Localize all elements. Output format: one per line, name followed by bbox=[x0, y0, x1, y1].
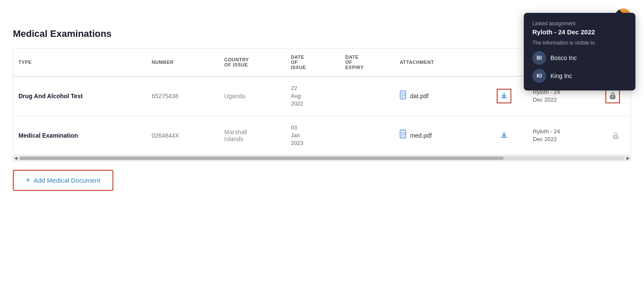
col-header-download bbox=[492, 48, 528, 76]
svg-point-3 bbox=[612, 96, 614, 97]
horizontal-scrollbar[interactable]: ◀ ▶ bbox=[13, 155, 631, 161]
col-header-type: TYPE bbox=[13, 48, 146, 76]
row2-attachment: med.pdf bbox=[395, 116, 492, 155]
lock-normal bbox=[605, 132, 626, 139]
download-arrow-icon bbox=[501, 92, 507, 100]
file-icon bbox=[400, 90, 407, 102]
tooltip-companies: BI Bosco Inc KI King Inc bbox=[532, 51, 627, 83]
lock-button[interactable] bbox=[605, 89, 620, 103]
tooltip-linked-label: Linked assignment bbox=[532, 21, 627, 27]
tooltip-company-2: KI King Inc bbox=[532, 69, 627, 83]
company-avatar-ki: KI bbox=[532, 69, 546, 83]
row2-filename: med.pdf bbox=[410, 132, 432, 139]
tooltip-visible-label: The information is visible to bbox=[532, 40, 627, 46]
row1-type: Drug And Alcohol Test bbox=[13, 76, 146, 116]
row2-country: MarshallIslands bbox=[219, 116, 286, 155]
file-icon bbox=[400, 129, 407, 141]
col-header-country: COUNTRYOF ISSUE bbox=[219, 48, 286, 76]
add-button-label: Add Medical Document bbox=[34, 177, 100, 184]
add-medical-document-button[interactable]: + Add Medical Document bbox=[13, 170, 113, 191]
scroll-thumb[interactable] bbox=[19, 157, 504, 160]
plus-icon: + bbox=[26, 176, 30, 185]
page-wrapper: U Medical Examinations TYPE NUMBER COUNT… bbox=[0, 0, 644, 286]
row2-download-cell[interactable] bbox=[492, 116, 528, 155]
company-avatar-bi: BI bbox=[532, 51, 546, 65]
download-arrow-icon bbox=[501, 131, 507, 140]
col-header-number: NUMBER bbox=[146, 48, 219, 76]
lock-icon bbox=[609, 92, 616, 101]
scroll-right-arrow[interactable]: ▶ bbox=[626, 156, 630, 160]
row1-download-cell[interactable] bbox=[492, 76, 528, 116]
row2-number: 0264844X bbox=[146, 116, 219, 155]
table-row: Medical Examination 0264844X MarshallIsl… bbox=[13, 116, 631, 155]
download-button[interactable] bbox=[497, 89, 511, 103]
row2-date-issue: 03Jan2023 bbox=[286, 116, 340, 155]
col-header-date-expiry: DATEOFEXPIRY bbox=[340, 48, 395, 76]
company-name-king: King Inc bbox=[550, 72, 572, 79]
row2-assignment: Ryloth - 24Dec 2022 bbox=[528, 116, 600, 155]
tooltip-popup: Linked assignment Ryloth - 24 Dec 2022 T… bbox=[524, 13, 635, 90]
row1-country: Uganda bbox=[219, 76, 286, 116]
add-doc-section: + Add Medical Document bbox=[13, 170, 631, 191]
row2-lock-cell[interactable] bbox=[600, 116, 631, 155]
scroll-left-arrow[interactable]: ◀ bbox=[14, 156, 18, 160]
col-header-date-issue: DATEOFISSUE bbox=[286, 48, 340, 76]
row1-number: 65275438 bbox=[146, 76, 219, 116]
row1-date-issue: 22Aug2022 bbox=[286, 76, 340, 116]
tooltip-linked-value: Ryloth - 24 Dec 2022 bbox=[532, 28, 627, 36]
scroll-track[interactable] bbox=[19, 157, 625, 160]
tooltip-company-1: BI Bosco Inc bbox=[532, 51, 627, 65]
row2-date-expiry bbox=[340, 116, 395, 155]
download-button[interactable] bbox=[497, 128, 511, 143]
row2-type: Medical Examination bbox=[13, 116, 146, 155]
row1-filename: dat.pdf bbox=[410, 93, 428, 99]
svg-point-7 bbox=[615, 136, 616, 137]
row1-attachment: dat.pdf bbox=[395, 76, 492, 116]
row1-date-expiry bbox=[340, 76, 395, 116]
company-name-bosco: Bosco Inc bbox=[550, 54, 577, 61]
col-header-attachment: ATTACHMENT bbox=[395, 48, 492, 76]
